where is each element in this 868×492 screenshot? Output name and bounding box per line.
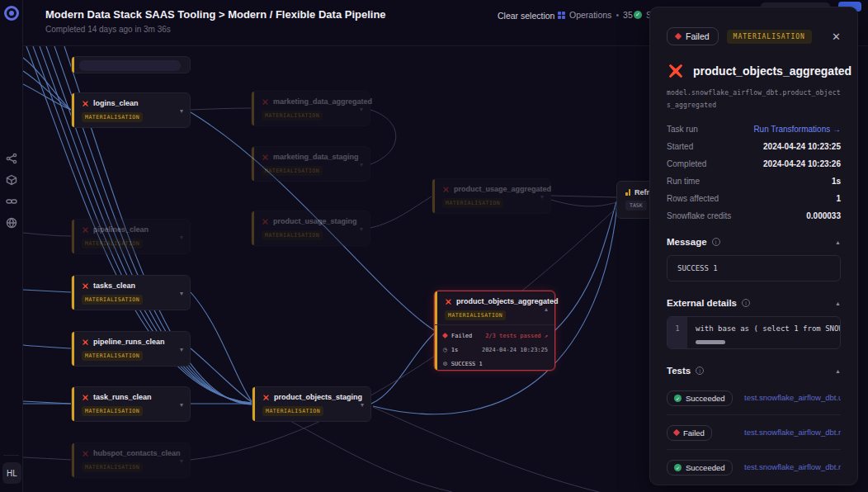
info-icon[interactable]: [742, 299, 750, 307]
node-title: hubspot_contacts_clean: [93, 449, 181, 457]
node-marketing-data-staging[interactable]: marketing_data_staging MATERIALISATION: [251, 146, 370, 182]
node-status-row: Failed 2/3 tests passed ↗: [443, 329, 548, 343]
chevron-down-icon[interactable]: [360, 225, 363, 233]
node-title: logins_clean: [93, 99, 139, 107]
operations-label: Operations: [569, 10, 611, 20]
node-divider: [435, 324, 554, 325]
dbt-icon: [445, 298, 452, 305]
materialisation-badge: MATERIALISATION: [442, 198, 503, 208]
chevron-down-icon[interactable]: [180, 401, 183, 409]
link-icon[interactable]: [6, 196, 17, 207]
node-title: task_runs_clean: [93, 393, 152, 401]
node-title: pipelines_clean: [93, 225, 149, 234]
node-product-usage-staging[interactable]: product_usage_staging MATERIALISATION: [251, 211, 370, 246]
operations-grid-icon: [558, 12, 565, 19]
test-link[interactable]: test.snowflake_airflow_dbt.unique_pro: [744, 393, 841, 402]
node-partial[interactable]: [71, 56, 191, 73]
node-title: product_usage_aggregated: [454, 185, 551, 193]
materialisation-badge: MATERIALISATION: [82, 239, 143, 248]
cube-icon[interactable]: [6, 174, 17, 186]
success-check-icon: [674, 464, 682, 471]
test-link[interactable]: test.snowflake_airflow_dbt.not_null_pr: [744, 428, 841, 437]
test-status-pill: Failed: [667, 425, 712, 441]
task-run-link[interactable]: Run Transformations →: [753, 125, 841, 134]
chevron-down-icon[interactable]: [360, 106, 363, 113]
node-pipelines-clean[interactable]: pipelines_clean MATERIALISATION: [71, 219, 191, 254]
horizontal-scrollbar[interactable]: [696, 340, 725, 344]
success-check-icon: [634, 11, 642, 19]
collapse-icon[interactable]: [835, 368, 841, 374]
status-label: Failed: [686, 31, 710, 41]
collapse-icon[interactable]: [835, 300, 841, 306]
failed-diamond-icon: [442, 333, 448, 338]
node-task-runs-clean[interactable]: task_runs_clean MATERIALISATION: [71, 386, 191, 422]
integrations-globe-icon[interactable]: [6, 217, 17, 229]
sql-code-block[interactable]: 1 with base as ( select 1 from SNOWFLAKE: [667, 316, 841, 349]
dbt-icon: [262, 394, 270, 401]
external-link-icon: ↗: [545, 333, 548, 339]
success-check-icon: [674, 395, 682, 402]
materialisation-badge: MATERIALISATION: [82, 112, 143, 122]
node-tasks-clean[interactable]: tasks_clean MATERIALISATION: [71, 275, 191, 310]
app-logo-icon[interactable]: [4, 6, 19, 21]
dbt-icon: [442, 186, 450, 193]
operations-counter[interactable]: Operations • 35: [558, 10, 633, 20]
info-icon[interactable]: [712, 238, 720, 246]
chevron-down-icon[interactable]: [180, 290, 183, 297]
node-status: Failed: [451, 333, 472, 339]
node-title: marketing_data_aggregated: [273, 97, 372, 106]
pipelines-graph-icon[interactable]: [6, 153, 17, 164]
chevron-down-icon[interactable]: [361, 401, 364, 409]
failed-diamond-icon: [673, 429, 680, 436]
dbt-icon: [82, 450, 89, 457]
dbt-icon: [82, 338, 89, 346]
clear-selection-button[interactable]: Clear selection: [498, 11, 554, 21]
user-avatar[interactable]: HL: [2, 462, 21, 484]
materialisation-badge: MATERIALISATION: [262, 166, 323, 176]
chevron-down-icon[interactable]: [180, 457, 183, 465]
failed-diamond-icon: [675, 33, 682, 40]
node-product-objects-staging[interactable]: product_objects_staging MATERIALISATION: [252, 386, 371, 422]
node-product-usage-aggregated[interactable]: product_usage_aggregated MATERIALISATION: [432, 178, 551, 214]
test-link[interactable]: test.snowflake_airflow_dbt.not_null_pr: [744, 462, 841, 471]
chevron-down-icon[interactable]: [360, 161, 363, 168]
node-marketing-data-aggregated[interactable]: marketing_data_aggregated MATERIALISATIO…: [251, 91, 370, 126]
node-title: pipeline_runs_clean: [93, 338, 165, 346]
close-icon[interactable]: [832, 31, 841, 43]
external-details-section-header: External details: [667, 298, 841, 308]
materialisation-badge: MATERIALISATION: [82, 406, 143, 416]
node-hubspot-contacts-clean[interactable]: hubspot_contacts_clean MATERIALISATION: [71, 442, 191, 478]
tests-summary-link[interactable]: 2/3 tests passed ↗: [485, 333, 548, 339]
info-icon[interactable]: [696, 367, 704, 375]
dbt-icon: [82, 282, 89, 290]
node-logins-clean[interactable]: logins_clean MATERIALISATION: [71, 92, 191, 128]
chevron-up-icon[interactable]: [545, 305, 548, 313]
clock-icon: ◷: [443, 347, 447, 353]
model-path: model.snowflake_airflow_dbt.product_obje…: [667, 87, 841, 111]
message-section-header: Message: [667, 237, 841, 247]
pipeline-status-subtitle: Completed 14 days ago in 3m 36s: [45, 25, 171, 34]
node-product-objects-aggregated-selected[interactable]: product_objects_aggregated MATERIALISATI…: [434, 291, 555, 371]
node-pipeline-runs-clean[interactable]: pipeline_runs_clean MATERIALISATION: [71, 331, 191, 367]
chevron-down-icon[interactable]: [180, 346, 183, 353]
materialisation-badge: MATERIALISATION: [262, 230, 323, 240]
materialisation-badge: MATERIALISATION: [262, 406, 323, 416]
collapse-icon[interactable]: [835, 239, 841, 245]
chevron-down-icon[interactable]: [540, 193, 544, 201]
node-partial-body: [79, 60, 181, 71]
sidebar-divider: [3, 455, 19, 456]
node-title: product_objects_aggregated: [456, 297, 559, 305]
test-status-pill: Succeeded: [667, 460, 733, 475]
test-row: Succeeded test.snowflake_airflow_dbt.uni…: [667, 381, 841, 415]
gear-icon: ⚙: [443, 361, 447, 367]
chevron-down-icon[interactable]: [180, 234, 183, 241]
operations-count: 35: [623, 10, 633, 20]
status-pill: Failed: [667, 27, 719, 45]
detail-row-task-run: Task run Run Transformations →: [667, 125, 841, 134]
chevron-down-icon[interactable]: [180, 107, 183, 115]
materialisation-badge: MATERIALISATION: [82, 351, 143, 361]
node-title: product_usage_staging: [273, 217, 357, 225]
pipeline-breadcrumb-title: Modern Data Stack SAAS Tooling > Modern …: [45, 8, 386, 21]
dbt-icon: [82, 100, 89, 107]
detail-row-snowflake-credits: Snowflake credits 0.000033: [667, 211, 841, 220]
